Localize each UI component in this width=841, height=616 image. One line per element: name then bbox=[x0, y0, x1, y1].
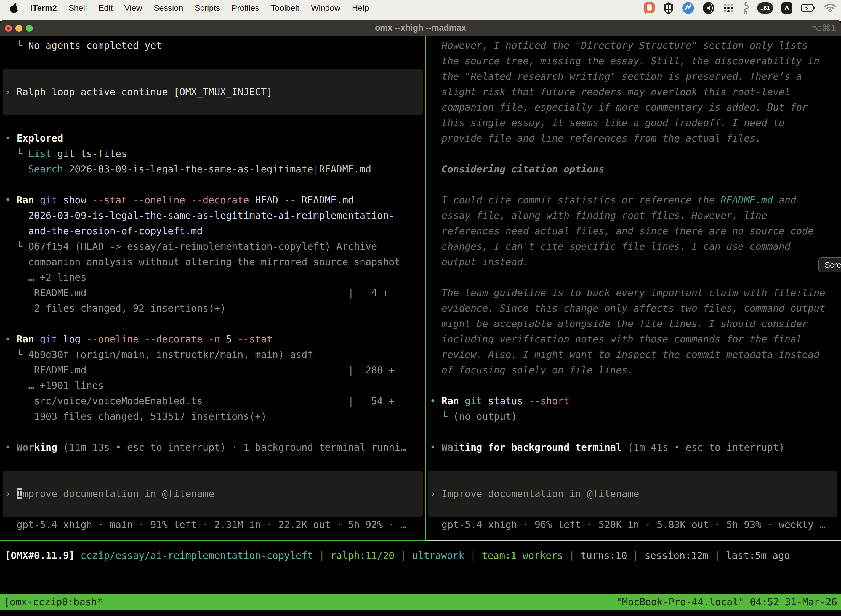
terminal-line: src/voice/voiceModeEnabled.ts | 54 + bbox=[5, 393, 424, 409]
terminal-line bbox=[5, 455, 424, 471]
terminal-line: gpt-5.4 xhigh · main · 91% left · 2.31M … bbox=[5, 517, 424, 532]
terminal-line bbox=[5, 69, 424, 84]
menu-item-iterm2[interactable]: iTerm2 bbox=[30, 3, 57, 13]
bolt-circle-icon[interactable] bbox=[682, 2, 694, 14]
terminal-line: └ No agents completed yet bbox=[5, 38, 424, 53]
terminal-line: of focusing solely on file lines. bbox=[430, 362, 841, 378]
terminal-line: companion analysis without altering the … bbox=[5, 254, 424, 270]
menu-item-edit[interactable]: Edit bbox=[98, 3, 113, 13]
terminal-line: might be acceptable alongside the file l… bbox=[430, 316, 841, 331]
menu-item-shell[interactable]: Shell bbox=[69, 3, 87, 13]
left-pane: └ No agents completed yet› Ralph loop ac… bbox=[5, 38, 424, 532]
terminal-line: • Ran git log --oneline --decorate -n 5 … bbox=[5, 331, 424, 347]
battery-percent-app-icon[interactable]: ..61 bbox=[757, 3, 773, 13]
terminal-line: └ List git ls-files bbox=[5, 146, 424, 161]
terminal-line: • Ran git status --short bbox=[430, 393, 841, 409]
terminal-line: Search 2026-03-09-is-legal-the-same-as-l… bbox=[5, 161, 424, 177]
menu-bar: iTerm2ShellEditViewSessionScriptsProfile… bbox=[0, 0, 841, 21]
wifi-icon[interactable] bbox=[824, 3, 837, 13]
terminal-line bbox=[430, 471, 841, 486]
battery-icon[interactable] bbox=[801, 4, 816, 12]
terminal-line: • Waiting for background terminal (1m 41… bbox=[430, 440, 841, 455]
terminal-line: … +1901 lines bbox=[5, 378, 424, 393]
left-pane-border bbox=[0, 540, 425, 541]
terminal-line: … +2 lines bbox=[5, 270, 424, 285]
menu-item-help[interactable]: Help bbox=[352, 3, 369, 13]
terminal-line: evidence. Since this change only affects… bbox=[430, 301, 841, 316]
terminal-line: 1903 files changed, 513517 insertions(+) bbox=[5, 409, 424, 424]
terminal-line bbox=[5, 53, 424, 69]
terminal-line bbox=[5, 502, 424, 517]
menu-item-session[interactable]: Session bbox=[154, 3, 183, 13]
terminal-line bbox=[430, 177, 841, 192]
terminal-line: references need actual files, and since … bbox=[430, 223, 841, 239]
right-pane: However, I noticed the "Directory Struct… bbox=[430, 38, 841, 532]
tmux-status-bar: [omx-cczip0:bash* "MacBook-Pro-44.local"… bbox=[0, 594, 841, 610]
shield-grid-icon[interactable] bbox=[663, 2, 674, 14]
terminal-line: › Improve documentation in @filename bbox=[430, 486, 841, 502]
terminal-line: Considering citation options bbox=[430, 161, 841, 177]
terminal-line: • Explored bbox=[5, 131, 424, 146]
terminal-line bbox=[430, 378, 841, 393]
terminal-line bbox=[5, 424, 424, 440]
terminal-line bbox=[430, 146, 841, 161]
menu-items: iTerm2ShellEditViewSessionScriptsProfile… bbox=[9, 0, 369, 16]
terminal-line: the source tree, missing the essay. Stil… bbox=[430, 53, 841, 69]
terminal-line: gpt-5.4 xhigh · 96% left · 520K in · 5.8… bbox=[430, 517, 841, 532]
terminal-line bbox=[430, 270, 841, 285]
terminal-line: • Ran git show --stat --oneline --decora… bbox=[5, 192, 424, 208]
tmux-session-label: [omx-cczip0:bash* bbox=[4, 596, 103, 607]
terminal-line bbox=[5, 316, 424, 331]
terminal-line bbox=[430, 502, 841, 517]
screen-overlay-chip[interactable]: Scre bbox=[818, 258, 841, 273]
terminal-line: essay file, along with finding root file… bbox=[430, 208, 841, 223]
terminal-line: review. Also, I might want to inspect th… bbox=[430, 347, 841, 362]
window-shortcut-badge: ⌥⌘1 bbox=[812, 20, 836, 36]
terminal-line bbox=[5, 115, 424, 131]
terminal-line: and-the-erosion-of-copyleft.md bbox=[5, 223, 424, 239]
terminal-line: The team guideline is to back every impo… bbox=[430, 285, 841, 301]
crescent-circle-icon[interactable] bbox=[702, 2, 715, 14]
menu-item-toolbelt[interactable]: Toolbelt bbox=[271, 3, 299, 13]
terminal-line bbox=[5, 471, 424, 486]
terminal-line bbox=[430, 455, 841, 471]
terminal-line: companion file, especially if more comme… bbox=[430, 100, 841, 115]
terminal-line: › Improve documentation in @filename bbox=[5, 486, 424, 502]
terminal-line: including verification notes with those … bbox=[430, 331, 841, 347]
terminal-line: README.md | 4 + bbox=[5, 285, 424, 301]
terminal-line: 2026-03-09-is-legal-the-same-as-legitima… bbox=[5, 208, 424, 223]
window-title: omx --xhigh --madmax bbox=[0, 20, 841, 36]
apple-menu-icon[interactable] bbox=[9, 3, 19, 13]
terminal-line: README.md | 280 + bbox=[5, 362, 424, 378]
right-pane-border bbox=[426, 540, 841, 541]
terminal-line bbox=[5, 100, 424, 115]
terminal-line bbox=[5, 177, 424, 192]
terminal-line: changes, I can't cite specific file line… bbox=[430, 239, 841, 254]
tmux-host-clock: "MacBook-Pro-44.local" 04:52 31-Mar-26 bbox=[616, 596, 837, 607]
keyboard-layout-icon[interactable]: A bbox=[781, 3, 793, 13]
terminal-line: └ (no output) bbox=[430, 409, 841, 424]
dots-grid-icon[interactable] bbox=[723, 3, 734, 13]
terminal-line: I could cite commit statistics or refere… bbox=[430, 192, 841, 208]
terminal-line: However, I noticed the "Directory Struct… bbox=[430, 38, 841, 53]
tmux-pane-divider[interactable] bbox=[425, 36, 426, 541]
omx-status-line: [OMX#0.11.9] cczip/essay/ai-reimplementa… bbox=[5, 548, 790, 563]
terminal-line: this single essay, it seems like a good … bbox=[430, 115, 841, 131]
menu-item-scripts[interactable]: Scripts bbox=[195, 3, 220, 13]
terminal-line: └ 067f154 (HEAD -> essay/ai-reimplementa… bbox=[5, 239, 424, 254]
terminal-line: output instead. bbox=[430, 254, 841, 270]
hook-squiggle-icon[interactable] bbox=[742, 1, 749, 14]
screenshot-app-icon[interactable] bbox=[643, 2, 655, 14]
terminal-line: slight risk that future readers may over… bbox=[430, 84, 841, 100]
terminal-line: • Working (11m 13s • esc to interrupt) ·… bbox=[5, 440, 424, 455]
terminal-line: └ 4b9d30f (origin/main, instructkr/main,… bbox=[5, 347, 424, 362]
terminal-line: › Ralph loop active continue [OMX_TMUX_I… bbox=[5, 84, 424, 100]
menu-status-icons: ..61 A bbox=[643, 0, 837, 16]
menu-item-view[interactable]: View bbox=[125, 3, 142, 13]
terminal-line bbox=[430, 424, 841, 440]
terminal-line: 2 files changed, 92 insertions(+) bbox=[5, 301, 424, 316]
terminal-line: provide file and line references from th… bbox=[430, 131, 841, 146]
menu-item-profiles[interactable]: Profiles bbox=[231, 3, 259, 13]
terminal-line: the "Related research writing" section i… bbox=[430, 69, 841, 84]
menu-item-window[interactable]: Window bbox=[311, 3, 340, 13]
